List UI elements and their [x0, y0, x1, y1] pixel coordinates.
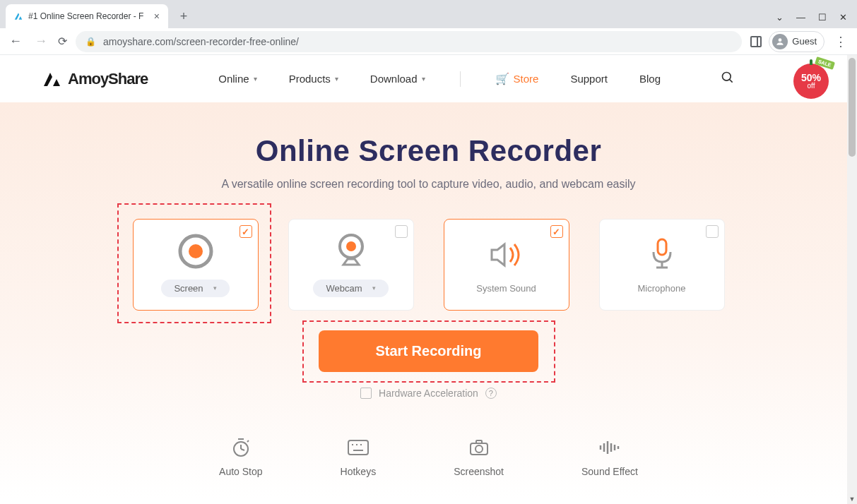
lock-icon: 🔒: [85, 37, 96, 47]
back-button[interactable]: ←: [7, 34, 24, 49]
url-text: amoyshare.com/screen-recorder-free-onlin…: [103, 36, 299, 47]
close-window-icon[interactable]: ✕: [839, 12, 847, 23]
reload-button[interactable]: ⟳: [58, 35, 67, 48]
start-recording-button[interactable]: Start Recording: [319, 330, 538, 372]
camera-icon: [468, 438, 490, 457]
checkbox-screen[interactable]: [240, 225, 252, 238]
page-scrollbar[interactable]: ▲ ▼: [847, 55, 857, 504]
chevron-down-icon: ▾: [213, 284, 217, 292]
help-icon[interactable]: ?: [485, 388, 497, 399]
logo-text: AmoyShare: [68, 70, 148, 88]
checkbox-system-sound[interactable]: [550, 225, 563, 238]
tab-title: #1 Online Screen Recorder - F: [28, 11, 148, 21]
nav-blog[interactable]: Blog: [639, 73, 661, 85]
sale-leaf-icon: [810, 59, 812, 65]
webcam-icon: [335, 233, 367, 270]
address-bar[interactable]: 🔒 amoyshare.com/screen-recorder-free-onl…: [76, 31, 742, 52]
profile-label: Guest: [792, 36, 817, 47]
svg-rect-22: [476, 440, 482, 443]
minimize-icon[interactable]: —: [796, 12, 805, 23]
svg-point-21: [475, 445, 483, 452]
site-logo[interactable]: AmoyShare: [42, 70, 148, 88]
nav-download[interactable]: Download▾: [370, 73, 425, 85]
feature-auto-stop[interactable]: Auto Stop: [219, 438, 263, 477]
window-controls: ⌄ — ☐ ✕: [776, 12, 857, 28]
checkbox-webcam[interactable]: [395, 225, 408, 238]
avatar-icon: [772, 34, 788, 49]
svg-point-4: [189, 244, 203, 258]
microphone-label: Microphone: [638, 283, 686, 294]
svg-rect-15: [348, 440, 368, 455]
webcam-dropdown[interactable]: Webcam▾: [313, 280, 388, 297]
chevron-down-icon: ▾: [335, 75, 338, 83]
nav-store[interactable]: 🛒Store: [495, 72, 539, 85]
svg-line-14: [247, 440, 249, 442]
chevron-down-icon: ▾: [372, 284, 376, 292]
system-sound-label: System Sound: [476, 283, 536, 294]
feature-sound-effect[interactable]: Sound Effect: [581, 438, 638, 477]
keyboard-icon: [347, 438, 370, 457]
browser-tab-strip: #1 Online Screen Recorder - F × + ⌄ — ☐ …: [0, 0, 857, 28]
nav-support[interactable]: Support: [570, 73, 608, 85]
chevron-down-icon: ▾: [254, 75, 257, 83]
tab-close-icon[interactable]: ×: [153, 11, 161, 22]
feature-screenshot[interactable]: Screenshot: [454, 438, 504, 477]
svg-rect-7: [658, 239, 666, 255]
scroll-down-icon[interactable]: ▼: [847, 494, 857, 504]
source-cards-row: Screen▾ Webcam▾ System Sound: [0, 219, 857, 311]
sound-wave-icon: [598, 438, 622, 457]
new-tab-button[interactable]: +: [174, 6, 194, 26]
feature-hotkeys[interactable]: Hotkeys: [341, 438, 377, 477]
hardware-accel-checkbox[interactable]: [360, 388, 372, 399]
card-screen[interactable]: Screen▾: [133, 219, 259, 311]
svg-point-1: [723, 72, 731, 80]
site-header: AmoyShare Online▾ Products▾ Download▾ 🛒S…: [0, 55, 857, 102]
forward-button[interactable]: →: [32, 34, 49, 49]
svg-line-12: [241, 449, 244, 450]
nav-divider: [460, 71, 461, 87]
main-content: Online Screen Recorder A versatile onlin…: [0, 102, 857, 498]
favicon-icon: [13, 11, 24, 22]
page-subtitle: A versatile online screen recording tool…: [0, 178, 857, 191]
svg-line-2: [730, 79, 733, 82]
clock-icon: [230, 438, 252, 457]
svg-point-0: [779, 38, 782, 42]
browser-toolbar: ← → ⟳ 🔒 amoyshare.com/screen-recorder-fr…: [0, 28, 857, 55]
logo-icon: [42, 71, 62, 88]
side-panel-icon[interactable]: [750, 36, 762, 47]
tabs-dropdown-icon[interactable]: ⌄: [776, 12, 784, 23]
browser-menu-icon[interactable]: ⋮: [832, 34, 850, 49]
search-icon[interactable]: [721, 71, 735, 88]
features-row: Auto Stop Hotkeys Screenshot Sound Effec…: [0, 438, 857, 477]
sale-badge[interactable]: SALE 50% off: [793, 64, 829, 99]
card-webcam[interactable]: Webcam▾: [288, 219, 414, 311]
screen-record-icon: [177, 233, 214, 270]
browser-tab[interactable]: #1 Online Screen Recorder - F ×: [6, 4, 168, 28]
screen-dropdown[interactable]: Screen▾: [161, 280, 229, 297]
card-system-sound[interactable]: System Sound: [444, 219, 569, 311]
svg-point-6: [346, 241, 356, 251]
sale-tag: SALE: [815, 56, 835, 70]
microphone-icon: [648, 236, 676, 273]
cart-icon: 🛒: [495, 72, 509, 85]
checkbox-microphone[interactable]: [706, 225, 719, 238]
speaker-icon: [489, 236, 524, 273]
hardware-accel-label: Hardware Acceleration: [379, 388, 478, 399]
chevron-down-icon: ▾: [422, 75, 425, 83]
nav-online[interactable]: Online▾: [218, 73, 256, 85]
main-nav: Online▾ Products▾ Download▾ 🛒Store Suppo…: [218, 71, 735, 88]
card-microphone[interactable]: Microphone: [599, 219, 725, 311]
maximize-icon[interactable]: ☐: [818, 12, 827, 23]
scrollbar-thumb[interactable]: [849, 58, 856, 157]
page-title: Online Screen Recorder: [0, 134, 857, 168]
nav-products[interactable]: Products▾: [289, 73, 338, 85]
profile-button[interactable]: Guest: [769, 31, 825, 52]
hardware-accel-row: Hardware Acceleration ?: [0, 388, 857, 399]
